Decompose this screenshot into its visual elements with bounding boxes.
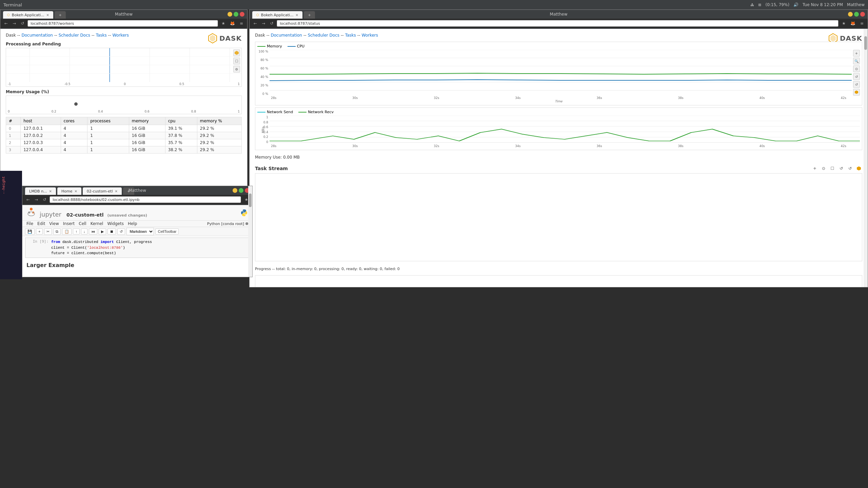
scrollbar-thumb-right[interactable] [864,36,867,50]
menu-insert[interactable]: Insert [63,221,75,226]
j-maximize[interactable] [239,188,243,193]
hamburger-left[interactable]: ≡ [238,20,244,26]
notebook-content: jupyter 02-custom-etl (unsaved changes) … [22,205,252,277]
toolbar-add-btn[interactable]: + [36,228,43,235]
menu-view[interactable]: View [49,221,59,226]
hamburger-right[interactable]: ≡ [859,20,865,26]
minimize-btn-right[interactable] [848,12,853,17]
tab-favicon: ⬡ [7,13,10,17]
time-axis-label: Time [257,100,860,103]
workers-link-r[interactable]: Workers [361,33,378,38]
j-reload[interactable]: ↺ [41,197,47,203]
tasks-link[interactable]: Tasks [96,33,107,38]
reset-tool-mem[interactable]: + [853,50,860,57]
tab-close-right[interactable]: ✕ [296,13,298,17]
star-btn-right[interactable]: ★ [841,20,847,26]
close-btn-left[interactable] [240,12,244,17]
menu-cell[interactable]: Cell [79,221,86,226]
back-btn-left[interactable]: ← [3,20,9,26]
close-btn-right[interactable] [860,12,865,17]
ts-logo-btn[interactable] [855,165,862,172]
toolbar-restart-btn[interactable]: ↺ [117,228,125,235]
stop-tool-mem[interactable]: ↺ [853,81,860,88]
star-btn-left[interactable]: ★ [220,20,226,26]
net-x-30s: 30s [352,144,358,148]
scheduler-link[interactable]: Scheduler Docs [59,33,90,38]
logo-tool-mem[interactable] [853,89,860,96]
cell-code-9[interactable]: from dask.distributed import Client, pro… [51,239,246,256]
bokeh-logo-tool[interactable] [233,49,240,56]
reload-btn-left[interactable]: ↺ [19,20,25,26]
browser-tab-new-right[interactable]: + [304,11,315,19]
back-btn-right[interactable]: ← [252,20,258,26]
box-select-tool[interactable]: ☐ [233,58,240,64]
jupyter-tab-home[interactable]: Home ✕ [57,187,81,195]
maximize-btn-right[interactable] [854,12,859,17]
ts-refresh-btn[interactable]: ↺ [838,165,845,172]
browser-tab-new-left[interactable]: + [55,11,66,19]
ts-circle-btn[interactable]: ⊙ [820,165,827,172]
right-scrollbar[interactable] [864,29,868,287]
jupyter-scrollbar[interactable] [248,205,252,277]
jupyter-tab-lmdb[interactable]: LMDB n... ✕ [25,187,56,195]
jupyter-scrollbar-thumb[interactable] [249,205,252,207]
lmdb-tab-close[interactable]: ✕ [49,189,52,193]
cell-type-select[interactable]: Markdown Code [126,228,154,235]
j-minimize[interactable] [233,188,237,193]
docs-link[interactable]: Documentation [21,33,53,38]
cell-memory: 16 GiB [129,132,165,139]
ts-box-btn[interactable]: ☐ [829,165,836,172]
j-fwd[interactable]: → [33,197,39,203]
browser-tab-active-right[interactable]: ⬡ Bokeh Applicati... ✕ [252,11,302,19]
toolbar-copy-btn[interactable]: ⧉ [53,228,61,235]
wheel-tool[interactable]: ⚙ [233,66,240,73]
refresh-tool-mem[interactable]: ↺ [853,73,860,80]
menu-help[interactable]: Help [128,221,137,226]
tab-close-left[interactable]: ✕ [46,13,49,17]
toolbar-run-btn[interactable]: ▶ [99,228,106,235]
mem-x-08: 0.8 [191,110,196,113]
x-42s: 42s [841,96,846,100]
fwd-btn-left[interactable]: → [11,20,17,26]
dask-logo-svg [207,33,218,44]
menu-widgets[interactable]: Widgets [107,221,124,226]
toolbar-save-btn[interactable]: 💾 [25,228,35,235]
menu-kernel[interactable]: Kernel [91,221,103,226]
toolbar-up-btn[interactable]: ↑ [73,228,80,235]
minimize-btn-left[interactable] [228,12,232,17]
task-stream-title: Task Stream [255,166,288,171]
toolbar-stop-btn[interactable]: ⏹ [107,228,116,235]
toolbar-paste-btn[interactable]: 📋 [62,228,72,235]
j-back[interactable]: ← [25,197,31,203]
url-left: localhost:8787/workers [31,21,74,26]
user-name-right: Matthew [847,2,865,7]
toolbar-celltoolbar-btn[interactable]: CellToolbar [155,228,179,235]
tasks-link-r[interactable]: Tasks [345,33,356,38]
reload-btn-right[interactable]: ↺ [269,20,275,26]
menu-edit[interactable]: Edit [37,221,45,226]
net-y-02: 0.2 [257,135,268,139]
scheduler-link-r[interactable]: Scheduler Docs [308,33,339,38]
home-tab-close[interactable]: ✕ [74,189,77,193]
settings-tool-mem[interactable]: ⊙ [853,65,860,72]
workers-link[interactable]: Workers [112,33,129,38]
browser-tab-active-left[interactable]: ⬡ Bokeh Applicati... ✕ [3,11,53,19]
menu-file[interactable]: File [26,221,33,226]
address-bar-right[interactable]: localhost:8787/status [277,20,839,27]
jupyter-tab-etl[interactable]: 02-custom-etl ✕ [83,187,122,195]
fwd-btn-right[interactable]: → [260,20,267,26]
address-bar-left[interactable]: localhost:8787/workers [27,20,218,27]
notebook-name: 02-custom-etl [66,212,104,218]
etl-tab-close[interactable]: ✕ [115,189,117,193]
ts-stop-btn[interactable]: ↺ [847,165,853,172]
toolbar-fast-back-btn[interactable]: ⏮ [89,228,97,235]
zoom-tool-mem[interactable]: 🔍 [853,58,860,64]
toolbar-down-btn[interactable]: ↓ [81,228,88,235]
ts-plus-btn[interactable]: + [811,165,818,172]
docs-link-r[interactable]: Documentation [271,33,302,38]
table-row: 3 127.0.0.4 4 1 16 GiB 38.2 % 29.2 % [6,146,242,154]
maximize-btn-left[interactable] [234,12,238,17]
jupyter-address[interactable]: localhost:8888/notebooks/02-custom-etl.i… [50,196,241,203]
memory-title: Memory Usage (%) [6,89,242,94]
toolbar-cut-btn[interactable]: ✂ [44,228,52,235]
